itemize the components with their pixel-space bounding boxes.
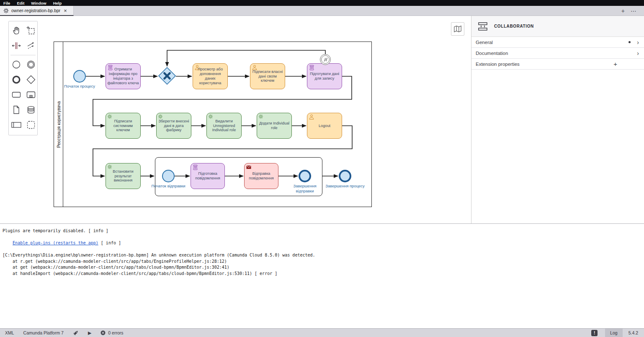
properties-panel-header: COLLABORATION	[471, 16, 644, 37]
xml-view-toggle[interactable]: XML	[5, 330, 14, 335]
group-extension-properties[interactable]: Extension properties +	[471, 59, 644, 70]
global-connect-tool[interactable]	[23, 38, 38, 53]
changes-dot	[629, 41, 631, 43]
send-envelope-icon	[246, 164, 252, 170]
menu-edit[interactable]: Edit	[13, 1, 28, 5]
task-send-message[interactable]: Відправка повідомлення	[244, 163, 278, 189]
create-participant[interactable]	[9, 117, 23, 132]
user-icon	[194, 65, 200, 70]
chevron-right-icon[interactable]: ›	[637, 39, 639, 45]
task-sign-own-data[interactable]: Підписати власні дані своїм ключем	[250, 63, 285, 89]
start-event-send[interactable]	[162, 170, 175, 182]
log-line: [C:\Everythings\Diia.engine\bp\owner-reg…	[3, 252, 644, 259]
palette	[8, 21, 38, 135]
menu-help[interactable]: Help	[50, 1, 65, 5]
task-label: Підписати власні дані своїм ключем	[252, 70, 283, 83]
task-label: Підготувати дані для запису	[309, 72, 340, 81]
play-icon: ▶	[88, 330, 91, 336]
start-event-label: Початок процесу	[59, 84, 100, 89]
service-gear-icon	[107, 164, 113, 170]
log-line: at r.get (webpack://camunda-modeler-clie…	[3, 259, 644, 265]
create-gateway[interactable]	[23, 72, 38, 87]
end-event-send[interactable]	[299, 170, 311, 182]
create-data-store[interactable]	[23, 102, 38, 117]
task-sign-system-key[interactable]: Підписати системним ключем	[106, 113, 141, 139]
user-icon	[309, 114, 314, 120]
log-line: at handleImport (webpack://camunda-model…	[3, 271, 644, 277]
menu-bar: File Edit Window Help	[0, 0, 644, 6]
app-version: 5.4.2	[623, 330, 644, 335]
menu-file[interactable]: File	[0, 1, 13, 5]
user-icon	[252, 65, 258, 70]
task-save-data-factory[interactable]: Зберегти внесені дані в дата фабрику	[156, 113, 191, 139]
chevron-right-icon[interactable]: ›	[637, 50, 639, 56]
log-line: Plugins are temporarily disabled. [ info…	[3, 228, 644, 234]
errors-count-label: 0 errors	[108, 330, 123, 335]
task-remove-unregistered-role[interactable]: Видалити Unregistered Individual role	[206, 113, 242, 139]
selected-element-type: COLLABORATION	[494, 24, 534, 29]
properties-panel: COLLABORATION General › Documentation › …	[471, 16, 644, 223]
service-gear-icon	[258, 114, 264, 120]
create-start-event[interactable]	[9, 57, 23, 72]
minimap-toggle-button[interactable]	[451, 22, 464, 36]
group-general[interactable]: General ›	[471, 37, 644, 48]
rocket-icon	[73, 330, 79, 336]
end-event-process[interactable]	[339, 170, 351, 182]
start-event-send-label: Початок відправки	[147, 184, 189, 189]
task-set-execution-result[interactable]: Встановити результат виконання	[106, 163, 141, 189]
log-line-suffix: [ info ]	[98, 241, 121, 245]
create-group[interactable]	[23, 117, 38, 132]
end-event-send-label: Завершення відправки	[284, 184, 326, 193]
end-event-process-label: Завершення процесу	[324, 184, 366, 189]
script-icon	[192, 164, 198, 170]
create-expanded-subprocess[interactable]	[23, 87, 38, 102]
start-instance-button[interactable]: ▶	[88, 330, 91, 336]
pool-header-band[interactable]: Реєстрація користувача	[54, 42, 63, 207]
menu-window[interactable]: Window	[28, 1, 49, 5]
create-task[interactable]	[9, 87, 23, 102]
palette-separator	[10, 55, 36, 55]
log-panel[interactable]: Plugins are temporarily disabled. [ info…	[0, 223, 644, 328]
log-line: Enable plug-ins (restarts the app) [ inf…	[3, 234, 644, 253]
task-prepare-write[interactable]: Підготувати дані для запису	[307, 63, 342, 89]
task-get-info[interactable]: Отримати інформацію про ініціатора з фай…	[106, 63, 141, 89]
enable-plugins-link[interactable]: Enable plug-ins (restarts the app)	[13, 241, 98, 245]
task-label: Відправка повідомлення	[246, 171, 277, 181]
add-extension-property-button[interactable]: +	[613, 61, 617, 67]
errors-status[interactable]: 0 errors	[100, 330, 123, 335]
task-add-individual-role[interactable]: Додати Individual role	[257, 113, 292, 139]
service-gear-icon	[107, 114, 113, 120]
feedback-icon[interactable]: !	[591, 330, 598, 336]
error-circle-icon	[100, 330, 106, 335]
tab-title: owner-registration-bp.bpr	[11, 8, 60, 13]
task-prepare-message[interactable]: Підготовка повідомлення	[191, 163, 225, 189]
start-event-process[interactable]	[73, 70, 86, 83]
tab-close-icon[interactable]: ×	[64, 8, 67, 13]
create-intermediate-event[interactable]	[23, 57, 38, 72]
task-label: Logout	[319, 124, 330, 128]
deploy-button[interactable]	[73, 330, 79, 336]
tab-overflow-button[interactable]: ⋯	[631, 8, 636, 14]
map-icon	[453, 25, 462, 33]
log-toggle-button[interactable]: Log	[605, 329, 623, 337]
task-logout[interactable]: Logout	[307, 113, 342, 139]
create-end-event[interactable]	[9, 72, 23, 87]
task-review-data[interactable]: Просмотр або доповнення даних користувач…	[193, 63, 228, 89]
task-label: Підписати системним ключем	[107, 119, 139, 133]
task-label: Підготовка повідомлення	[192, 171, 223, 181]
script-icon	[107, 65, 113, 70]
error-boundary-event[interactable]	[320, 54, 331, 65]
exclusive-gateway[interactable]	[158, 67, 176, 85]
execution-platform-selector[interactable]: Camunda Platform 7	[23, 330, 64, 335]
status-bar: XML Camunda Platform 7 ▶ 0 errors ! Log …	[0, 328, 644, 337]
lasso-tool[interactable]	[23, 23, 38, 38]
tab-bar: owner-registration-bp.bpr × + ⋯	[0, 6, 644, 16]
new-tab-button[interactable]: +	[621, 8, 625, 14]
tab-owner-registration[interactable]: owner-registration-bp.bpr ×	[0, 6, 74, 16]
task-label: Додати Individual role	[258, 121, 290, 130]
bpmn-canvas[interactable]: Реєстрація користувача Початок процесу О…	[0, 16, 471, 223]
create-data-object[interactable]	[9, 102, 23, 117]
group-documentation[interactable]: Documentation ›	[471, 48, 644, 59]
space-tool[interactable]	[9, 38, 23, 53]
hand-tool[interactable]	[9, 23, 23, 38]
